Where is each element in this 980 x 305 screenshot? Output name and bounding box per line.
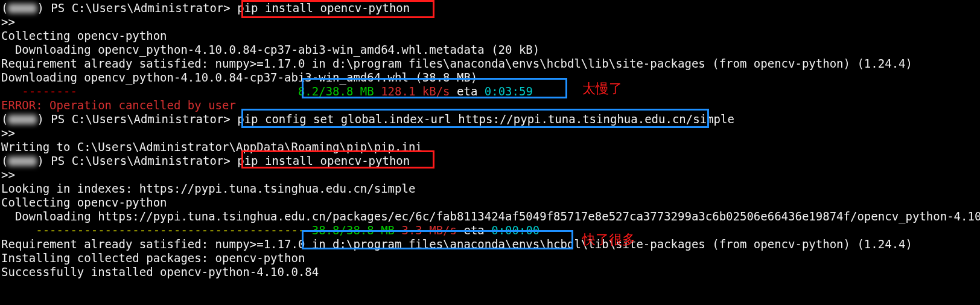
eta-label-2: eta [457,223,485,237]
collecting-1: Collecting opencv-python [1,29,980,43]
continuation-3: >> [1,168,980,182]
download-tuna: Downloading https://pypi.tuna.tsinghua.e… [1,210,980,223]
progress-speed-2: 3.3 MB/s [395,223,457,237]
prompt-line-1: () PS C:\Users\Administrator> pip instal… [1,1,980,15]
progress-eta-2: 0:00:00 [485,223,540,237]
progress-eta-1: 0:03:59 [477,85,533,98]
download-wheel: Downloading opencv_python-4.10.0.84-cp37… [1,71,980,85]
env-name-blurred [8,4,37,13]
ps-label: PS [44,1,72,14]
eta-label-1: eta [450,85,478,98]
env-name-blurred [8,156,37,166]
installing-line: Installing collected packages: opencv-py… [1,251,980,265]
env-name-blurred [8,115,37,124]
cmd-install-1: pip install opencv-python [237,1,410,14]
cwd: C:\Users\Administrator [72,1,224,14]
cmd-install-2: pip install opencv-python [237,154,410,167]
req-satisfied-1: Requirement already satisfied: numpy>=1.… [1,57,980,71]
success-line: Successfully installed opencv-python-4.1… [1,265,980,279]
continuation-2: >> [1,126,980,140]
error-line: ERROR: Operation cancelled by user [1,98,980,112]
progress-size-2: 38.8/38.8 MB [305,223,395,237]
cmd-config: pip config set global.index-url https://… [237,112,734,126]
prompt-sep: > [223,1,237,14]
prompt-line-3: () PS C:\Users\Administrator> pip instal… [1,154,980,168]
paren-close: ) [37,1,43,14]
progress-bar-1: -------- [22,85,77,98]
collecting-2: Collecting opencv-python [1,196,980,210]
req-satisfied-2: Requirement already satisfied: numpy>=1.… [1,237,980,251]
paren-open: ( [1,1,8,14]
continuation-1: >> [1,15,980,29]
progress-size-1: 8.2/38.8 MB [291,85,374,98]
writing-line: Writing to C:\Users\Administrator\AppDat… [1,140,980,154]
progress-line-2: --------------------------------------- … [1,223,980,237]
download-metadata: Downloading opencv_python-4.10.0.84-cp37… [1,43,980,57]
looking-line: Looking in indexes: https://pypi.tuna.ts… [1,182,980,196]
progress-bar-2: --------------------------------------- [36,223,305,237]
progress-line-1: -------- 8.2/38.8 MB 128.1 kB/s eta 0:03… [1,85,980,98]
progress-speed-1: 128.1 kB/s [374,85,450,98]
terminal[interactable]: () PS C:\Users\Administrator> pip instal… [0,0,980,279]
prompt-line-2: () PS C:\Users\Administrator> pip config… [1,112,980,126]
